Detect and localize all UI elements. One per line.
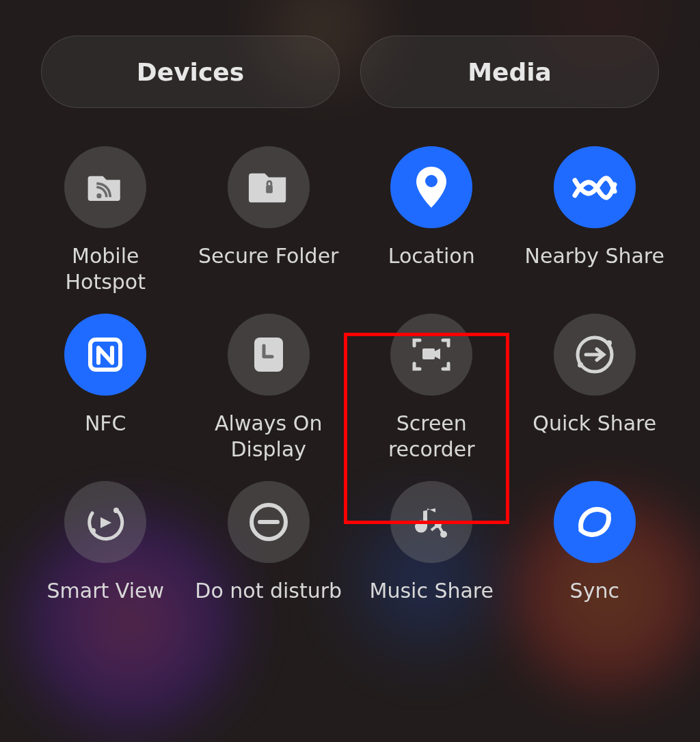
svg-rect-0 [266,185,273,193]
tile-nearby-share[interactable]: Nearby Share [517,146,673,294]
tiles-grid: Mobile Hotspot Secure Folder [0,108,700,604]
tile-secure-folder[interactable]: Secure Folder [191,146,347,294]
dnd-icon [247,501,290,543]
nfc-icon [86,335,124,374]
tile-mobile-hotspot[interactable]: Mobile Hotspot [27,146,184,294]
tile-label: Quick Share [533,411,656,437]
tile-circle [228,314,310,396]
tile-do-not-disturb[interactable]: Do not disturb [191,481,347,604]
tile-circle [390,314,472,396]
quick-settings-panel: Devices Media Mob [0,0,700,742]
svg-rect-3 [422,348,435,359]
header-row: Devices Media [0,0,700,108]
smart-view-icon [84,501,126,543]
tile-nfc[interactable]: NFC [27,314,184,462]
tile-label: Sync [570,578,619,604]
music-share-icon [411,501,452,542]
tile-circle [554,314,636,396]
tile-circle [390,481,472,563]
weave-icon [571,174,619,201]
svg-point-8 [90,528,96,534]
devices-label: Devices [137,58,244,86]
tile-location[interactable]: Location [353,146,510,294]
tile-label: NFC [85,411,126,437]
tile-label: Screen recorder [356,411,507,462]
tile-circle [228,146,310,228]
pin-icon [414,165,449,209]
tile-circle [554,146,636,228]
tile-music-share[interactable]: Music Share [353,481,510,604]
svg-point-9 [113,508,119,513]
tile-sync[interactable]: Sync [517,481,673,604]
clock-box-icon [252,335,286,374]
tile-label: Secure Folder [198,243,338,269]
tile-label: Location [388,243,475,269]
svg-marker-7 [100,517,111,528]
tile-circle [554,481,636,563]
devices-button[interactable]: Devices [41,36,340,108]
tile-label: Nearby Share [524,243,664,269]
tile-circle [390,146,472,228]
tile-circle [64,314,146,396]
tile-circle [64,481,146,563]
svg-rect-2 [254,338,283,372]
tile-always-on-display[interactable]: Always On Display [191,314,347,462]
tile-quick-share[interactable]: Quick Share [517,314,673,462]
svg-point-5 [578,362,583,368]
tile-label: Smart View [47,578,164,604]
tile-screen-recorder[interactable]: Screen recorder [353,314,510,462]
sync-icon [573,500,617,544]
tile-label: Mobile Hotspot [30,243,180,294]
tile-smart-view[interactable]: Smart View [27,481,184,604]
tile-circle [64,146,146,228]
tile-label: Always On Display [193,411,344,462]
svg-point-6 [606,340,612,346]
lock-folder-icon [247,167,290,207]
share-arrow-icon [574,333,616,376]
media-label: Media [468,58,552,86]
rss-folder-icon [85,167,125,207]
screen-record-icon [410,336,453,373]
tile-circle [228,481,310,563]
media-button[interactable]: Media [360,36,659,108]
tile-label: Music Share [370,578,494,604]
tile-label: Do not disturb [195,578,342,604]
